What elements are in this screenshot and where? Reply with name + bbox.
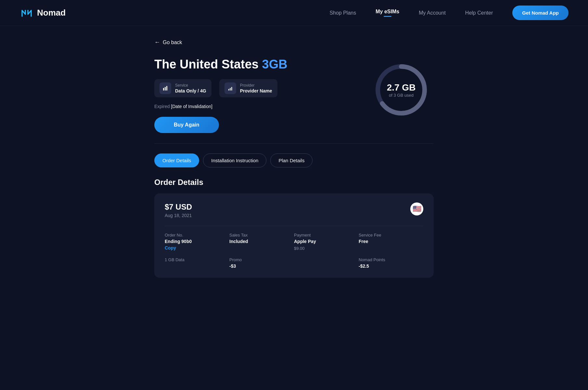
service-value: Data Only / 4G <box>175 88 206 93</box>
service-fee-value: Free <box>359 239 423 244</box>
donut-center: 2.7 GB of 3 GB used <box>387 82 416 98</box>
promo-label: Promo <box>229 257 294 262</box>
service-card: Service Data Only / 4G <box>154 79 211 97</box>
donut-main-value: 2.7 GB <box>387 82 416 93</box>
plan-country: The United States <box>154 57 259 71</box>
order-card-header: $7 USD Aug 18, 2021 🇺🇸 <box>165 202 423 218</box>
svg-rect-4 <box>228 89 229 91</box>
copy-button[interactable]: Copy <box>165 245 229 250</box>
plan-title: The United States 3GB <box>154 57 369 71</box>
provider-card: Provider Provider Name <box>219 79 277 97</box>
sales-tax-label: Sales Tax <box>229 233 294 238</box>
svg-rect-5 <box>230 88 231 91</box>
promo-value: -$3 <box>229 263 294 269</box>
svg-rect-2 <box>165 87 166 91</box>
nav-my-esims[interactable]: My eSIMs <box>376 9 399 17</box>
country-flag: 🇺🇸 <box>410 202 423 215</box>
sales-tax-value: Included <box>229 239 294 244</box>
go-back-button[interactable]: ← Go back <box>154 39 434 46</box>
nomad-logo-icon <box>19 6 34 20</box>
plan-meta: Service Data Only / 4G Provider Provider… <box>154 79 369 97</box>
logo-text: Nomad <box>37 8 66 18</box>
order-card: $7 USD Aug 18, 2021 🇺🇸 Order No. Ending … <box>154 193 434 278</box>
expired-row: Expired [Date of Invalidation] <box>154 104 369 109</box>
tab-order-details[interactable]: Order Details <box>154 153 199 167</box>
nav-links: Shop Plans My eSIMs My Account Help Cent… <box>329 9 493 17</box>
order-price: $7 USD <box>165 202 192 212</box>
nomad-points-value: -$2.5 <box>359 263 423 269</box>
provider-icon <box>224 82 236 94</box>
service-info: Service Data Only / 4G <box>175 83 206 93</box>
logo[interactable]: Nomad <box>19 6 66 20</box>
order-no-label: Order No. <box>165 233 229 238</box>
get-app-button[interactable]: Get Nomad App <box>512 6 569 20</box>
plan-gb: 3GB <box>262 57 288 71</box>
service-label: Service <box>175 83 206 88</box>
navbar: Nomad Shop Plans My eSIMs My Account Hel… <box>0 0 588 26</box>
order-details-title: Order Details <box>154 178 434 187</box>
provider-label: Provider <box>240 83 272 88</box>
section-divider <box>154 143 434 144</box>
payment-method: Apple Pay <box>294 239 359 244</box>
service-fee-label: Service Fee <box>359 233 423 238</box>
plan-header: The United States 3GB Service Data Only … <box>154 57 434 133</box>
payment-amount: $9.00 <box>294 246 359 251</box>
tabs: Order Details Installation Instruction P… <box>154 153 434 167</box>
order-detail-data: 1 GB Data <box>165 257 229 269</box>
nav-help-center[interactable]: Help Center <box>465 10 493 16</box>
tab-plan-details[interactable]: Plan Details <box>270 153 313 167</box>
buy-again-button[interactable]: Buy Again <box>154 117 219 133</box>
order-price-section: $7 USD Aug 18, 2021 <box>165 202 192 218</box>
order-date: Aug 18, 2021 <box>165 213 192 218</box>
order-details-grid: Order No. Ending 90b0 Copy Sales Tax Inc… <box>165 226 423 269</box>
order-detail-service-fee: Service Fee Free <box>359 233 423 251</box>
order-detail-nomad-points: Nomad Points -$2.5 <box>359 257 423 269</box>
order-detail-sales-tax: Sales Tax Included <box>229 233 294 251</box>
expired-date: [Date of Invalidation] <box>171 104 212 109</box>
nav-my-account[interactable]: My Account <box>419 10 446 16</box>
order-detail-empty <box>294 257 359 269</box>
order-detail-payment: Payment Apple Pay $9.00 <box>294 233 359 251</box>
active-underline <box>384 16 391 17</box>
svg-rect-3 <box>166 86 167 91</box>
svg-rect-6 <box>231 87 232 91</box>
order-detail-order-no: Order No. Ending 90b0 Copy <box>165 233 229 251</box>
data-usage-chart: 2.7 GB of 3 GB used <box>369 57 434 122</box>
nav-shop-plans[interactable]: Shop Plans <box>329 10 356 16</box>
provider-info: Provider Provider Name <box>240 83 272 93</box>
svg-rect-1 <box>163 88 164 91</box>
expired-label: Expired <box>154 104 170 109</box>
plan-info: The United States 3GB Service Data Only … <box>154 57 369 133</box>
service-icon <box>160 82 171 94</box>
order-no-value: Ending 90b0 <box>165 239 229 244</box>
data-label: 1 GB Data <box>165 257 229 262</box>
donut-sub-value: of 3 GB used <box>387 93 416 98</box>
nomad-points-label: Nomad Points <box>359 257 423 262</box>
main-content: ← Go back The United States 3GB Service … <box>148 26 440 297</box>
go-back-label: Go back <box>163 40 182 45</box>
back-arrow-icon: ← <box>154 39 160 46</box>
tab-installation-instruction[interactable]: Installation Instruction <box>203 153 266 167</box>
provider-value: Provider Name <box>240 88 272 93</box>
payment-label: Payment <box>294 233 359 238</box>
order-detail-promo: Promo -$3 <box>229 257 294 269</box>
